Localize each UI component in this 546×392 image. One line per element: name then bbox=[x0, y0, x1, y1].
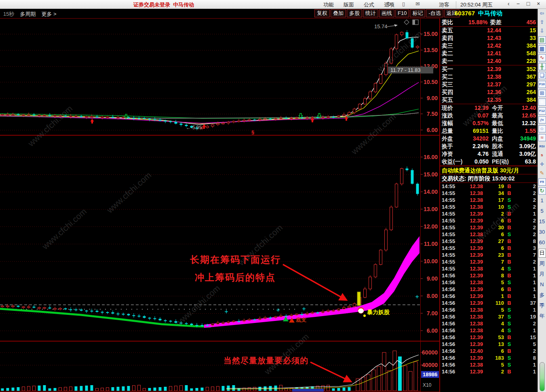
menu-formula[interactable]: 公式 bbox=[364, 1, 374, 8]
toolbar-button-7[interactable]: 标记 bbox=[410, 9, 425, 17]
toolbar-button-1[interactable]: 复权 bbox=[314, 9, 330, 17]
tick-row[interactable]: 14:56 12.39 6 B 1 bbox=[440, 286, 538, 293]
user-label[interactable]: 游客 bbox=[439, 1, 449, 8]
report-icon[interactable]: ▤ bbox=[538, 36, 546, 44]
period-月[interactable]: 月 bbox=[538, 269, 546, 279]
period-30[interactable]: 30 bbox=[538, 227, 546, 237]
bid-row[interactable]: 买四 12.36 264 bbox=[440, 88, 538, 96]
tick-row[interactable]: 14:55 12.39 2 B 1 bbox=[440, 210, 538, 217]
tick-row[interactable]: 14:56 12.39 53 B 15 bbox=[440, 334, 538, 341]
scroll-up-icon[interactable]: ⇧ bbox=[538, 18, 546, 27]
draw-pencil-icon[interactable]: ✎ bbox=[538, 169, 546, 178]
sync-icon[interactable]: ↻ bbox=[387, 1, 392, 7]
s-tool-button[interactable]: S bbox=[538, 151, 546, 160]
zixuan-button[interactable]: 自 bbox=[538, 99, 546, 106]
menu-function[interactable]: 功能 bbox=[323, 1, 334, 8]
ask-row[interactable]: 卖二 12.41 548 bbox=[440, 50, 538, 57]
tick-row[interactable]: 14:55 12.39 27 B 8 bbox=[440, 238, 538, 245]
strip-scrollbar[interactable] bbox=[539, 321, 545, 392]
toolbar-button-5[interactable]: 画线 bbox=[379, 9, 394, 17]
tick-row[interactable]: 14:55 12.39 23 B 7 bbox=[440, 252, 538, 258]
ask-row[interactable]: 卖三 12.42 384 bbox=[440, 42, 538, 50]
more-menu[interactable]: 更多 > bbox=[41, 10, 56, 18]
tick-row[interactable]: 14:56 12.38 5 S 1 bbox=[440, 306, 538, 313]
toolbar-button-8[interactable]: -自选 bbox=[426, 9, 443, 17]
toolbar-button-4[interactable]: 统计 bbox=[363, 9, 378, 17]
multi-period[interactable]: 多周期 bbox=[20, 10, 36, 18]
tick-volume: 5 bbox=[483, 306, 504, 313]
period-1[interactable]: 1 bbox=[538, 195, 546, 206]
period-日[interactable]: 日 bbox=[538, 249, 546, 258]
period-年[interactable]: 年 bbox=[538, 311, 546, 321]
toolbar-button-6[interactable]: F10 bbox=[395, 9, 409, 17]
period-5[interactable]: 5 bbox=[538, 206, 546, 216]
quote-grid-icon[interactable]: ▦ bbox=[538, 45, 546, 52]
toolbar-button-3[interactable]: 多股 bbox=[347, 9, 362, 17]
tick-row[interactable]: 14:56 12.38 5 S 1 bbox=[440, 279, 538, 286]
mobile-icon[interactable]: ▯ bbox=[402, 1, 405, 7]
tick-row[interactable]: 14:56 12.40 6 B 2 bbox=[440, 348, 538, 354]
tick-row[interactable]: 14:56 12.39 13 S 5 bbox=[440, 341, 538, 348]
tick-row[interactable]: 14:55 12.39 6 B 3 bbox=[440, 245, 538, 252]
f12-button[interactable]: F12 bbox=[538, 107, 546, 115]
volume-chart[interactable]: 6000040000 bbox=[0, 341, 440, 392]
move-cross-icon[interactable]: ✛ bbox=[538, 160, 546, 169]
tick-row[interactable]: 14:56 12.39 110 B 37 bbox=[440, 300, 538, 306]
refresh-icon[interactable]: ↻ bbox=[538, 187, 546, 195]
period-多[interactable]: 多 bbox=[538, 290, 546, 300]
ask-row[interactable]: 卖一 12.40 228 bbox=[440, 57, 538, 65]
collapse-button[interactable]: ‹ bbox=[508, 0, 510, 7]
minimize-button[interactable]: − bbox=[516, 0, 520, 7]
tick-row[interactable]: 14:55 12.38 10 S 2 bbox=[440, 203, 538, 210]
tick-row[interactable]: 14:56 12.38 4 S 2 bbox=[440, 320, 538, 327]
tick-row[interactable]: 14:56 12.39 1 B 1 bbox=[440, 293, 538, 300]
trend-line-icon[interactable]: ∿ bbox=[538, 54, 546, 61]
tick-row[interactable]: 14:56 12.38 37 S 19 bbox=[440, 313, 538, 320]
f5-button[interactable]: F5 bbox=[538, 178, 546, 186]
tick-row[interactable]: 14:55 12.38 4 S 1 bbox=[440, 265, 538, 272]
tick-row[interactable]: 14:56 12.39 2 B 1 bbox=[440, 368, 538, 375]
bid-row[interactable]: 买二 12.38 367 bbox=[440, 73, 538, 81]
tick-row[interactable]: 14:55 12.39 6 B 2 bbox=[440, 217, 538, 224]
circle-tool-icon[interactable]: ○ bbox=[538, 125, 546, 132]
scroll-down-icon[interactable]: ⇩ bbox=[538, 27, 546, 36]
tick-row[interactable]: 14:55 12.38 6 S 2 bbox=[440, 231, 538, 238]
formula-icon[interactable]: ƒx bbox=[538, 116, 546, 124]
ask-row[interactable]: 卖五 12.44 15 bbox=[440, 27, 538, 34]
period-N[interactable]: N bbox=[538, 279, 546, 290]
period-15[interactable]: 15 bbox=[538, 216, 546, 227]
kline-icon[interactable]: ╫ bbox=[538, 63, 546, 70]
rsi-button[interactable]: RSI bbox=[538, 142, 546, 151]
period-60[interactable]: 60 bbox=[538, 237, 546, 248]
ask-row[interactable]: 卖四 12.43 33 bbox=[440, 34, 538, 42]
main-kline-chart[interactable]: 16.0015.0014.0013.0012.0011.0010.009.008… bbox=[0, 135, 440, 341]
tick-row[interactable]: 14:56 12.38 5 S 1 bbox=[440, 361, 538, 368]
period-15s[interactable]: 15秒 bbox=[3, 10, 14, 18]
tick-row[interactable]: 14:55 12.38 17 S 2 bbox=[440, 197, 538, 203]
restore-button[interactable]: □ bbox=[527, 0, 530, 7]
menu-layout[interactable]: 版面 bbox=[344, 1, 354, 8]
upper-kline-chart[interactable]: 15.0013.5012.0010.509.007.506.00 bbox=[0, 18, 440, 135]
tick-row[interactable]: 14:56 12.38 4 S 1 bbox=[440, 327, 538, 334]
tick-row[interactable]: 14:56 12.39 183 S 8 bbox=[440, 354, 538, 361]
tick-row[interactable]: 14:55 12.38 34 B 2 bbox=[440, 190, 538, 197]
mail-icon[interactable]: ✉ bbox=[415, 1, 420, 7]
subscription-banner[interactable]: 自动续费通达信普及版 30元/月 bbox=[440, 166, 538, 174]
bid-row[interactable]: 买五 12.35 384 bbox=[440, 96, 538, 104]
tick-row[interactable]: 14:55 12.39 30 B 2 bbox=[440, 224, 538, 231]
wave-icon[interactable]: ≈ bbox=[538, 134, 546, 141]
period-周[interactable]: 周 bbox=[538, 258, 546, 269]
back-icon[interactable]: ⇦ bbox=[538, 9, 546, 18]
f10-button[interactable]: F10 bbox=[538, 81, 546, 88]
block-tree-icon[interactable]: ⊞ bbox=[538, 90, 546, 97]
news-icon[interactable]: ❏ bbox=[538, 72, 546, 79]
close-button[interactable]: × bbox=[537, 0, 540, 7]
bid-row[interactable]: 买三 12.37 297 bbox=[440, 81, 538, 88]
toolbar-button-2[interactable]: 叠加 bbox=[331, 9, 346, 17]
tick-row[interactable]: 14:55 12.39 7 B 2 bbox=[440, 258, 538, 265]
bid-row[interactable]: 买一 12.39 352 bbox=[440, 65, 538, 73]
scrollbar-thumb[interactable] bbox=[540, 362, 545, 391]
tick-row[interactable]: 14:56 12.39 8 B 1 bbox=[440, 272, 538, 279]
tick-row[interactable]: 14:55 12.38 19 B 2 bbox=[440, 183, 538, 190]
period-季[interactable]: 季 bbox=[538, 300, 546, 311]
